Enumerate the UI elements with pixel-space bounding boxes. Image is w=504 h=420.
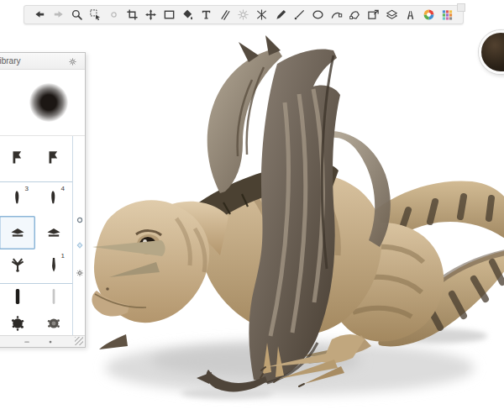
layers-icon: [386, 8, 398, 21]
select-icon: [89, 8, 102, 21]
brush-library-icon: [404, 8, 417, 21]
crop-icon: [126, 8, 139, 21]
pencil-1-brush-icon: [8, 148, 27, 170]
copic-library-button[interactable]: [440, 8, 455, 23]
shape-button[interactable]: [347, 8, 362, 23]
ellipse-button[interactable]: [310, 8, 325, 23]
pen-button[interactable]: [273, 8, 288, 23]
curve-icon: [330, 8, 343, 21]
fill-icon: [181, 8, 194, 21]
text-icon: [200, 8, 213, 21]
toolbar-handle[interactable]: [457, 3, 465, 12]
brush-preview: [0, 70, 85, 136]
import-icon: [367, 8, 380, 21]
footer-dash-icon[interactable]: [23, 338, 31, 346]
footer-dot-icon[interactable]: [46, 338, 55, 346]
panel-footer: [0, 335, 85, 347]
line-icon: [293, 8, 306, 21]
shape-icon: [349, 8, 361, 21]
brush-size-label: 3: [25, 185, 29, 192]
brush-airbrush-4[interactable]: 4: [35, 182, 71, 216]
flat-2-brush-icon: [45, 222, 63, 244]
app-window: Brush Library 341: [0, 0, 504, 420]
fan-brush-icon: [8, 255, 27, 277]
brush-size-label: 1: [61, 252, 65, 260]
panel-header: Brush Library: [0, 53, 85, 70]
brush-splatter-1[interactable]: [0, 312, 35, 335]
brush-fan[interactable]: [0, 249, 35, 283]
brush-splatter-2[interactable]: [35, 312, 71, 335]
detail-brush-icon: [45, 255, 63, 277]
brush-pencil-1[interactable]: [0, 136, 35, 181]
nudge-button[interactable]: [106, 8, 121, 23]
brush-bar-dark[interactable]: [0, 284, 35, 312]
layers-button[interactable]: [384, 8, 399, 23]
rail-diamond-icon[interactable]: [74, 239, 85, 250]
frame-icon: [163, 8, 176, 21]
zoom-button[interactable]: [69, 8, 84, 23]
brush-library-panel: Brush Library 341: [0, 52, 86, 348]
ellipse-icon: [312, 8, 324, 21]
redo-icon: [52, 8, 65, 21]
brush-list: 341: [0, 136, 85, 335]
panel-resize-handle[interactable]: [75, 337, 83, 345]
perspective-button[interactable]: [236, 8, 251, 23]
brush-stroke-preview: [29, 83, 68, 122]
copic-library-icon: [441, 8, 454, 21]
frame-button[interactable]: [162, 8, 177, 23]
brush-flat-2[interactable]: [35, 216, 71, 249]
symmetry-icon: [255, 8, 268, 21]
line-button[interactable]: [291, 8, 307, 23]
brush-pencil-2[interactable]: [35, 136, 71, 181]
color-editor-icon: [423, 8, 435, 21]
airbrush-3-brush-icon: [8, 188, 27, 210]
brush-section: [0, 136, 72, 181]
import-button[interactable]: [365, 8, 381, 23]
bar-dark-brush-icon: [8, 287, 27, 309]
toolbar: [24, 5, 464, 24]
brush-section: [0, 284, 72, 335]
redo-button[interactable]: [50, 8, 66, 23]
nudge-icon: [108, 8, 120, 21]
splatter-2-brush-icon: [45, 314, 63, 335]
flat-1-brush-icon: [8, 222, 27, 244]
rail-circle-icon[interactable]: [74, 214, 85, 225]
splatter-1-brush-icon: [8, 314, 27, 335]
color-editor-button[interactable]: [422, 8, 437, 23]
rail-gear-icon[interactable]: [74, 267, 85, 278]
guides-button[interactable]: [218, 8, 233, 23]
fill-button[interactable]: [181, 8, 196, 23]
brush-bar-light[interactable]: [35, 284, 71, 312]
brush-flat-1[interactable]: [0, 216, 35, 249]
pen-icon: [275, 8, 287, 21]
guides-icon: [218, 8, 231, 21]
brush-size-label: 4: [61, 185, 65, 192]
brush-airbrush-3[interactable]: 3: [0, 182, 35, 216]
transform-icon: [144, 8, 157, 21]
symmetry-button[interactable]: [255, 8, 270, 23]
perspective-icon: [237, 8, 249, 21]
text-button[interactable]: [199, 8, 214, 23]
select-button[interactable]: [87, 8, 102, 23]
panel-title: Brush Library: [0, 56, 20, 66]
crop-button[interactable]: [124, 8, 139, 23]
airbrush-4-brush-icon: [45, 188, 63, 210]
brush-section: 341: [0, 181, 72, 284]
undo-icon: [34, 8, 46, 21]
panel-gear-icon[interactable]: [67, 55, 78, 71]
brush-detail[interactable]: 1: [35, 249, 71, 283]
zoom-icon: [71, 8, 83, 21]
brush-library-button[interactable]: [403, 8, 418, 23]
bar-light-brush-icon: [45, 287, 63, 309]
transform-button[interactable]: [143, 8, 158, 23]
undo-button[interactable]: [32, 8, 47, 23]
pencil-2-brush-icon: [45, 148, 63, 170]
curve-button[interactable]: [328, 8, 344, 23]
